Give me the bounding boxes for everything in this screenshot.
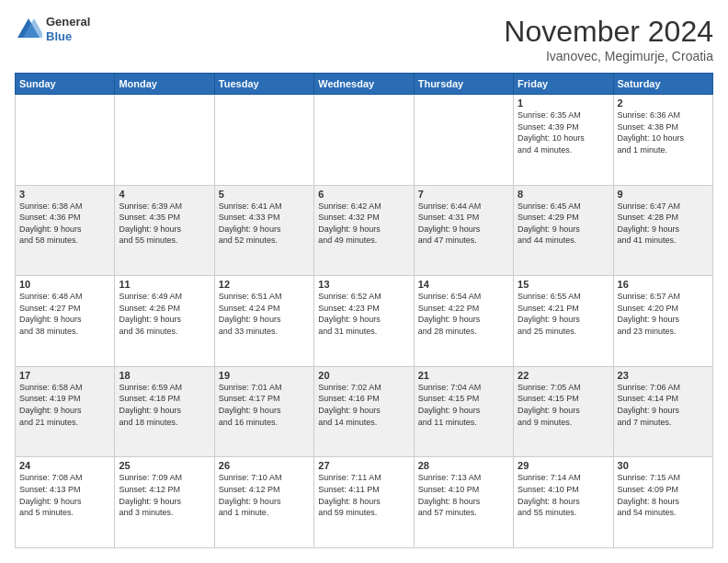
day-number: 26 — [219, 460, 310, 471]
day-detail: Sunrise: 7:04 AM Sunset: 4:15 PM Dayligh… — [418, 382, 509, 428]
day-detail: Sunrise: 7:06 AM Sunset: 4:14 PM Dayligh… — [618, 382, 709, 428]
day-detail: Sunrise: 6:36 AM Sunset: 4:38 PM Dayligh… — [618, 109, 709, 155]
calendar-cell: 4Sunrise: 6:39 AM Sunset: 4:35 PM Daylig… — [115, 185, 214, 276]
day-number: 27 — [318, 460, 409, 471]
day-number: 8 — [518, 189, 609, 200]
calendar-cell — [115, 95, 214, 186]
day-number: 12 — [219, 279, 310, 290]
calendar-cell: 25Sunrise: 7:09 AM Sunset: 4:12 PM Dayli… — [115, 457, 214, 548]
calendar-cell: 23Sunrise: 7:06 AM Sunset: 4:14 PM Dayli… — [613, 366, 712, 457]
col-friday: Friday — [514, 74, 613, 95]
calendar-cell: 16Sunrise: 6:57 AM Sunset: 4:20 PM Dayli… — [613, 276, 712, 367]
calendar-cell — [414, 95, 513, 186]
day-detail: Sunrise: 6:47 AM Sunset: 4:28 PM Dayligh… — [618, 201, 709, 247]
calendar-cell: 14Sunrise: 6:54 AM Sunset: 4:22 PM Dayli… — [414, 276, 513, 367]
day-number: 19 — [219, 370, 310, 381]
day-number: 28 — [418, 460, 509, 471]
col-monday: Monday — [115, 74, 214, 95]
col-tuesday: Tuesday — [214, 74, 313, 95]
day-number: 24 — [19, 460, 110, 471]
day-number: 17 — [19, 370, 110, 381]
day-detail: Sunrise: 7:13 AM Sunset: 4:10 PM Dayligh… — [418, 472, 509, 518]
day-number: 30 — [618, 460, 709, 471]
day-detail: Sunrise: 6:48 AM Sunset: 4:27 PM Dayligh… — [19, 291, 110, 337]
day-number: 18 — [119, 370, 210, 381]
calendar-cell: 26Sunrise: 7:10 AM Sunset: 4:12 PM Dayli… — [214, 457, 313, 548]
calendar-cell: 11Sunrise: 6:49 AM Sunset: 4:26 PM Dayli… — [115, 276, 214, 367]
calendar-cell: 1Sunrise: 6:35 AM Sunset: 4:39 PM Daylig… — [514, 95, 613, 186]
calendar-cell — [314, 95, 414, 186]
day-number: 5 — [219, 189, 310, 200]
calendar-cell: 24Sunrise: 7:08 AM Sunset: 4:13 PM Dayli… — [16, 457, 115, 548]
day-detail: Sunrise: 6:57 AM Sunset: 4:20 PM Dayligh… — [618, 291, 709, 337]
location: Ivanovec, Megimurje, Croatia — [504, 49, 713, 63]
calendar-cell: 29Sunrise: 7:14 AM Sunset: 4:10 PM Dayli… — [514, 457, 613, 548]
day-detail: Sunrise: 6:52 AM Sunset: 4:23 PM Dayligh… — [318, 291, 409, 337]
col-saturday: Saturday — [613, 74, 712, 95]
calendar-cell: 17Sunrise: 6:58 AM Sunset: 4:19 PM Dayli… — [16, 366, 115, 457]
day-detail: Sunrise: 7:01 AM Sunset: 4:17 PM Dayligh… — [219, 382, 310, 428]
day-number: 2 — [618, 98, 709, 109]
day-detail: Sunrise: 6:38 AM Sunset: 4:36 PM Dayligh… — [19, 201, 110, 247]
logo-blue-text: Blue — [46, 29, 90, 44]
header: General Blue November 2024 Ivanovec, Meg… — [15, 15, 713, 63]
day-detail: Sunrise: 6:58 AM Sunset: 4:19 PM Dayligh… — [19, 382, 110, 428]
calendar-cell: 21Sunrise: 7:04 AM Sunset: 4:15 PM Dayli… — [414, 366, 513, 457]
day-detail: Sunrise: 6:35 AM Sunset: 4:39 PM Dayligh… — [518, 109, 609, 155]
calendar-cell: 19Sunrise: 7:01 AM Sunset: 4:17 PM Dayli… — [214, 366, 313, 457]
day-detail: Sunrise: 7:05 AM Sunset: 4:15 PM Dayligh… — [518, 382, 609, 428]
calendar-cell: 8Sunrise: 6:45 AM Sunset: 4:29 PM Daylig… — [514, 185, 613, 276]
day-number: 7 — [418, 189, 509, 200]
col-sunday: Sunday — [16, 74, 115, 95]
calendar-cell: 30Sunrise: 7:15 AM Sunset: 4:09 PM Dayli… — [613, 457, 712, 548]
calendar-cell: 15Sunrise: 6:55 AM Sunset: 4:21 PM Dayli… — [514, 276, 613, 367]
day-detail: Sunrise: 6:55 AM Sunset: 4:21 PM Dayligh… — [518, 291, 609, 337]
day-detail: Sunrise: 6:45 AM Sunset: 4:29 PM Dayligh… — [518, 201, 609, 247]
day-number: 20 — [318, 370, 409, 381]
day-detail: Sunrise: 6:54 AM Sunset: 4:22 PM Dayligh… — [418, 291, 509, 337]
day-number: 23 — [618, 370, 709, 381]
calendar-cell: 9Sunrise: 6:47 AM Sunset: 4:28 PM Daylig… — [613, 185, 712, 276]
col-wednesday: Wednesday — [314, 74, 414, 95]
day-number: 16 — [618, 279, 709, 290]
day-detail: Sunrise: 7:10 AM Sunset: 4:12 PM Dayligh… — [219, 472, 310, 518]
day-detail: Sunrise: 7:14 AM Sunset: 4:10 PM Dayligh… — [518, 472, 609, 518]
calendar-cell: 6Sunrise: 6:42 AM Sunset: 4:32 PM Daylig… — [314, 185, 414, 276]
calendar-week-5: 24Sunrise: 7:08 AM Sunset: 4:13 PM Dayli… — [16, 457, 713, 548]
calendar-cell: 10Sunrise: 6:48 AM Sunset: 4:27 PM Dayli… — [16, 276, 115, 367]
col-thursday: Thursday — [414, 74, 513, 95]
day-number: 14 — [418, 279, 509, 290]
calendar-cell: 2Sunrise: 6:36 AM Sunset: 4:38 PM Daylig… — [613, 95, 712, 186]
calendar-week-2: 3Sunrise: 6:38 AM Sunset: 4:36 PM Daylig… — [16, 185, 713, 276]
day-number: 29 — [518, 460, 609, 471]
day-number: 10 — [19, 279, 110, 290]
calendar-cell: 27Sunrise: 7:11 AM Sunset: 4:11 PM Dayli… — [314, 457, 414, 548]
calendar-header-row: Sunday Monday Tuesday Wednesday Thursday… — [16, 74, 713, 95]
day-number: 1 — [518, 98, 609, 109]
day-number: 13 — [318, 279, 409, 290]
day-number: 11 — [119, 279, 210, 290]
calendar-table: Sunday Monday Tuesday Wednesday Thursday… — [15, 73, 713, 548]
day-number: 25 — [119, 460, 210, 471]
calendar-cell: 20Sunrise: 7:02 AM Sunset: 4:16 PM Dayli… — [314, 366, 414, 457]
day-number: 15 — [518, 279, 609, 290]
day-detail: Sunrise: 6:44 AM Sunset: 4:31 PM Dayligh… — [418, 201, 509, 247]
day-detail: Sunrise: 6:42 AM Sunset: 4:32 PM Dayligh… — [318, 201, 409, 247]
calendar-cell: 18Sunrise: 6:59 AM Sunset: 4:18 PM Dayli… — [115, 366, 214, 457]
day-number: 6 — [318, 189, 409, 200]
day-detail: Sunrise: 6:41 AM Sunset: 4:33 PM Dayligh… — [219, 201, 310, 247]
day-number: 3 — [19, 189, 110, 200]
logo-icon — [15, 16, 42, 43]
day-number: 4 — [119, 189, 210, 200]
day-detail: Sunrise: 6:51 AM Sunset: 4:24 PM Dayligh… — [219, 291, 310, 337]
day-detail: Sunrise: 6:49 AM Sunset: 4:26 PM Dayligh… — [119, 291, 210, 337]
calendar-cell — [16, 95, 115, 186]
calendar-week-4: 17Sunrise: 6:58 AM Sunset: 4:19 PM Dayli… — [16, 366, 713, 457]
day-detail: Sunrise: 7:02 AM Sunset: 4:16 PM Dayligh… — [318, 382, 409, 428]
calendar-cell: 5Sunrise: 6:41 AM Sunset: 4:33 PM Daylig… — [214, 185, 313, 276]
day-detail: Sunrise: 6:59 AM Sunset: 4:18 PM Dayligh… — [119, 382, 210, 428]
month-title: November 2024 — [504, 15, 713, 49]
logo-general-text: General — [46, 15, 90, 29]
calendar-cell — [214, 95, 313, 186]
calendar-week-1: 1Sunrise: 6:35 AM Sunset: 4:39 PM Daylig… — [16, 95, 713, 186]
